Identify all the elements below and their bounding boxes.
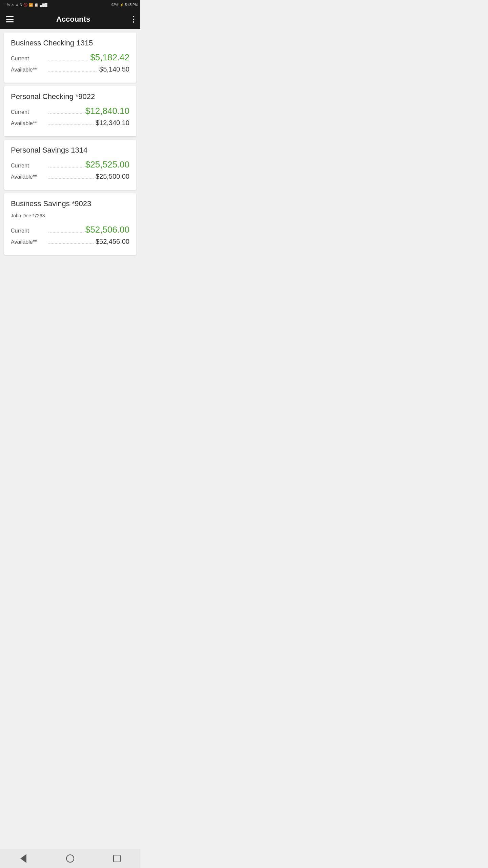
battery-icon: ⚡ <box>120 3 124 7</box>
more-options-button[interactable] <box>133 16 134 23</box>
dots-current-2 <box>48 167 83 167</box>
account-card-1[interactable]: Personal Checking *9022 Current $12,840.… <box>4 86 136 136</box>
accounts-list: Business Checking 1315 Current $5,182.42… <box>0 29 140 285</box>
status-right-icons: 92% ⚡ 5:45 PM <box>111 3 138 7</box>
wifi-icon: 📶 <box>29 3 33 7</box>
dots-available-0 <box>48 71 97 72</box>
account-available-row-3: Available** $52,456.00 <box>11 238 129 245</box>
current-label-2: Current <box>11 163 46 169</box>
account-current-row-0: Current $5,182.42 <box>11 52 129 63</box>
more-dot-2 <box>133 19 134 20</box>
current-amount-1: $12,840.10 <box>85 106 129 116</box>
current-amount-3: $52,506.00 <box>85 224 129 235</box>
app-bar: Accounts <box>0 9 140 29</box>
dots-available-3 <box>48 243 94 244</box>
account-card-2[interactable]: Personal Savings 1314 Current $25,525.00… <box>4 140 136 190</box>
dots-current-3 <box>48 232 83 233</box>
account-name-1: Personal Checking *9022 <box>11 92 129 101</box>
available-amount-1: $12,340.10 <box>96 119 129 127</box>
current-amount-0: $5,182.42 <box>90 52 129 63</box>
percent-icon: % <box>7 3 10 7</box>
account-name-2: Personal Savings 1314 <box>11 146 129 155</box>
clipboard-icon: 📋 <box>34 3 38 7</box>
page-title: Accounts <box>56 15 90 24</box>
nfc-icon: N <box>20 3 22 7</box>
bottom-spacer <box>4 258 136 282</box>
account-current-row-3: Current $52,506.00 <box>11 224 129 235</box>
available-amount-3: $52,456.00 <box>96 238 129 245</box>
account-subtitle-3: John Doe *7263 <box>11 213 129 218</box>
warning-icon: ⚠ <box>11 3 14 7</box>
available-amount-0: $5,140.50 <box>99 65 129 73</box>
more-dot-3 <box>133 21 134 23</box>
available-amount-2: $25,500.00 <box>96 173 129 180</box>
status-bar: ··· % ⚠ ⬇ N 🚫 📶 📋 ▄▇█ 92% ⚡ 5:45 PM <box>0 0 140 9</box>
hamburger-line-2 <box>6 19 14 20</box>
bluetooth-icon: ⬇ <box>16 3 18 7</box>
hamburger-menu-button[interactable] <box>6 16 14 22</box>
account-current-row-2: Current $25,525.00 <box>11 159 129 170</box>
current-label-1: Current <box>11 109 46 115</box>
dots-available-1 <box>48 124 94 125</box>
current-label-3: Current <box>11 228 46 234</box>
account-available-row-1: Available** $12,340.10 <box>11 119 129 127</box>
account-card-3[interactable]: Business Savings *9023 John Doe *7263 Cu… <box>4 193 136 255</box>
dots-current-1 <box>48 113 83 114</box>
account-card-0[interactable]: Business Checking 1315 Current $5,182.42… <box>4 33 136 83</box>
dots-current-0 <box>48 60 88 60</box>
available-label-3: Available** <box>11 239 46 245</box>
account-current-row-1: Current $12,840.10 <box>11 106 129 116</box>
account-name-3: Business Savings *9023 <box>11 199 129 208</box>
mute-icon: 🚫 <box>23 3 27 7</box>
notification-icon: ··· <box>3 3 5 7</box>
hamburger-line-1 <box>6 16 14 17</box>
battery-percent: 92% <box>111 3 118 7</box>
account-name-0: Business Checking 1315 <box>11 39 129 47</box>
account-available-row-0: Available** $5,140.50 <box>11 65 129 73</box>
available-label-2: Available** <box>11 174 46 180</box>
signal-icon: ▄▇█ <box>40 3 47 7</box>
available-label-0: Available** <box>11 67 46 73</box>
status-left-icons: ··· % ⚠ ⬇ N 🚫 📶 📋 ▄▇█ <box>3 3 47 7</box>
current-amount-2: $25,525.00 <box>85 159 129 170</box>
available-label-1: Available** <box>11 120 46 126</box>
dots-available-2 <box>48 178 94 179</box>
current-label-0: Current <box>11 56 46 62</box>
account-available-row-2: Available** $25,500.00 <box>11 173 129 180</box>
clock: 5:45 PM <box>125 3 138 7</box>
more-dot-1 <box>133 16 134 17</box>
hamburger-line-3 <box>6 21 14 22</box>
